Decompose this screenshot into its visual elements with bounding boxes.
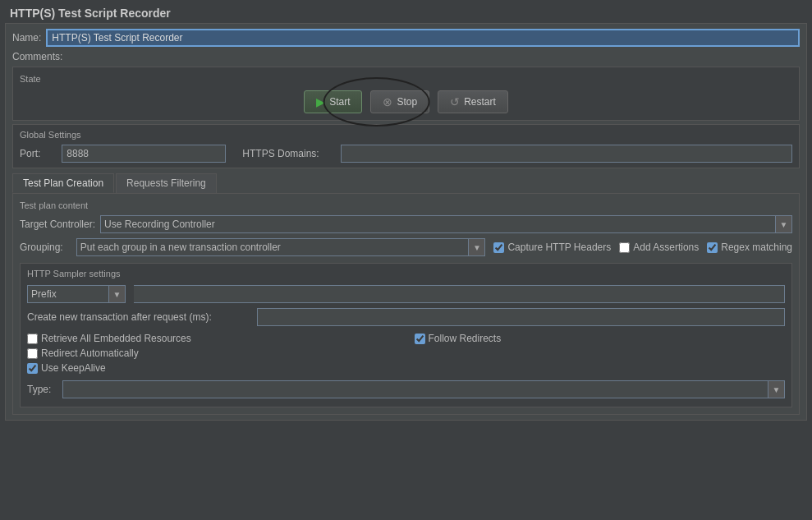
use-keepalive-checkbox-label[interactable]: Use KeepAlive — [27, 362, 398, 374]
test-plan-content-label: Test plan content — [20, 200, 792, 210]
prefix-text-input[interactable] — [134, 285, 785, 303]
grouping-select-wrapper: Put each group in a new transaction cont… — [76, 238, 486, 256]
grouping-dropdown-arrow[interactable]: ▼ — [469, 238, 485, 256]
name-input[interactable] — [46, 29, 800, 47]
regex-matching-checkbox[interactable] — [707, 242, 718, 253]
stop-icon: ⊗ — [383, 95, 392, 108]
port-input[interactable] — [62, 145, 226, 163]
start-label: Start — [329, 96, 350, 108]
target-controller-select[interactable]: Use Recording Controller — [100, 215, 776, 233]
title-bar: HTTP(S) Test Script Recorder — [0, 0, 812, 23]
retrieve-embedded-checkbox[interactable] — [27, 334, 38, 344]
restart-button[interactable]: ↺ Restart — [438, 90, 508, 113]
tab-content: Test plan content Target Controller: Use… — [12, 193, 800, 415]
restart-label: Restart — [464, 96, 496, 108]
name-label: Name: — [12, 32, 41, 44]
window-title: HTTP(S) Test Script Recorder — [10, 7, 171, 20]
transaction-label: Create new transaction after request (ms… — [27, 311, 257, 323]
redirect-automatically-checkbox[interactable] — [27, 348, 38, 359]
type-dropdown-arrow[interactable]: ▼ — [768, 380, 785, 398]
regex-matching-checkbox-label[interactable]: Regex matching — [707, 242, 792, 253]
follow-redirects-checkbox[interactable] — [415, 334, 425, 344]
checkboxes-grid: Retrieve All Embedded Resources Follow R… — [27, 333, 785, 374]
redirect-automatically-checkbox-label[interactable]: Redirect Automatically — [27, 347, 398, 359]
state-title: State — [20, 74, 792, 84]
transaction-input[interactable] — [257, 308, 785, 326]
grouping-select[interactable]: Put each group in a new transaction cont… — [76, 238, 470, 256]
port-label: Port: — [20, 148, 40, 159]
tab-requests-filtering[interactable]: Requests Filtering — [116, 173, 217, 193]
tab-test-plan-creation[interactable]: Test Plan Creation — [12, 173, 114, 193]
start-button[interactable]: ▶ Start — [304, 90, 362, 113]
add-assertions-checkbox-label[interactable]: Add Assertions — [619, 242, 699, 253]
type-label: Type: — [27, 384, 51, 395]
target-controller-wrapper: Use Recording Controller ▼ — [100, 215, 792, 233]
restart-icon: ↺ — [450, 95, 460, 108]
https-domains-input[interactable] — [341, 145, 792, 163]
type-select-wrapper: ▼ — [62, 380, 785, 398]
grouping-label: Grouping: — [20, 242, 63, 253]
capture-http-checkbox-label[interactable]: Capture HTTP Headers — [493, 242, 611, 253]
follow-redirects-checkbox-label[interactable]: Follow Redirects — [415, 333, 786, 344]
stop-button[interactable]: ⊗ Stop — [370, 90, 429, 113]
capture-http-checkbox[interactable] — [493, 242, 504, 253]
stop-label: Stop — [397, 96, 417, 108]
use-keepalive-checkbox[interactable] — [27, 363, 38, 374]
prefix-select[interactable]: Prefix — [27, 285, 109, 303]
add-assertions-checkbox[interactable] — [619, 242, 630, 253]
global-settings-title: Global Settings — [20, 130, 792, 140]
play-icon: ▶ — [316, 95, 325, 108]
https-label: HTTPS Domains: — [242, 148, 319, 159]
http-sampler-title: HTTP Sampler settings — [27, 269, 785, 278]
prefix-dropdown-arrow[interactable]: ▼ — [109, 285, 126, 303]
target-controller-label: Target Controller: — [20, 219, 95, 230]
retrieve-embedded-checkbox-label[interactable]: Retrieve All Embedded Resources — [27, 333, 398, 344]
type-select[interactable] — [62, 380, 768, 398]
target-dropdown-arrow[interactable]: ▼ — [776, 215, 792, 233]
comments-label: Comments: — [12, 51, 62, 62]
